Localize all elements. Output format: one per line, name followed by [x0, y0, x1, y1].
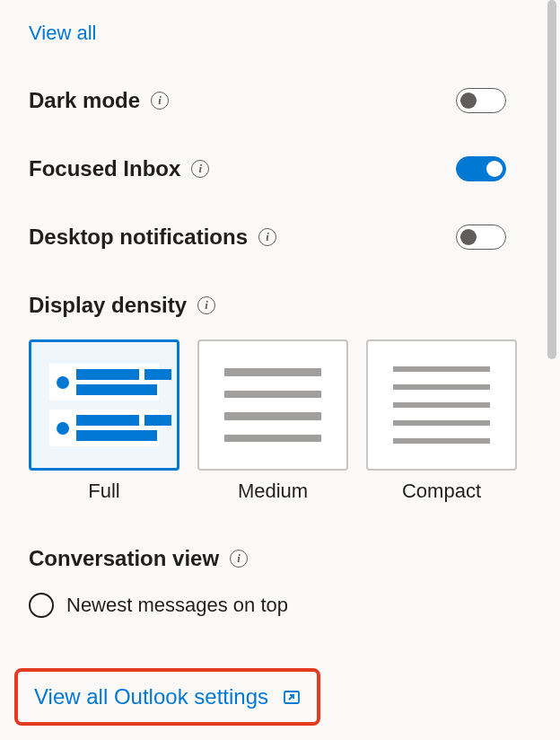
- display-density-label: Display density: [29, 293, 187, 318]
- conversation-view-header: Conversation view i: [29, 546, 542, 571]
- dot-icon: [57, 376, 69, 389]
- dark-mode-label: Dark mode: [29, 88, 140, 113]
- preview-bars: [76, 369, 171, 395]
- desktop-notifications-label-group: Desktop notifications i: [29, 225, 276, 250]
- dark-mode-label-group: Dark mode i: [29, 88, 169, 113]
- density-preview-compact: [366, 339, 517, 471]
- focused-inbox-label: Focused Inbox: [29, 156, 180, 181]
- density-preview-full: [29, 339, 179, 471]
- scrollbar[interactable]: [547, 0, 556, 359]
- radio-label: Newest messages on top: [66, 594, 288, 617]
- radio-icon: [29, 593, 54, 618]
- view-all-outlook-settings-link[interactable]: View all Outlook settings: [14, 668, 320, 726]
- focused-inbox-toggle[interactable]: [456, 156, 506, 181]
- conversation-option-newest-top[interactable]: Newest messages on top: [29, 593, 542, 618]
- preview-item: [49, 364, 159, 401]
- density-preview-medium: [197, 339, 348, 471]
- open-pane-icon: [283, 688, 301, 706]
- info-icon[interactable]: i: [230, 550, 248, 568]
- density-option-medium[interactable]: Medium: [197, 339, 348, 503]
- preview-item: [49, 410, 159, 446]
- focused-inbox-row: Focused Inbox i: [29, 156, 542, 181]
- preview-bars: [76, 415, 171, 441]
- density-option-full[interactable]: Full: [29, 339, 179, 503]
- density-label-full: Full: [88, 480, 119, 503]
- density-options: Full Medium Compact: [29, 339, 542, 503]
- view-all-link[interactable]: View all: [29, 22, 96, 45]
- desktop-notifications-row: Desktop notifications i: [29, 225, 542, 250]
- dark-mode-toggle[interactable]: [456, 88, 506, 113]
- desktop-notifications-toggle[interactable]: [456, 225, 506, 250]
- cutoff-overlay: [0, 647, 560, 670]
- dark-mode-row: Dark mode i: [29, 88, 542, 113]
- toggle-knob: [460, 229, 477, 245]
- conversation-view-label: Conversation view: [29, 546, 219, 571]
- density-option-compact[interactable]: Compact: [366, 339, 517, 503]
- info-icon[interactable]: i: [197, 296, 215, 314]
- desktop-notifications-label: Desktop notifications: [29, 225, 248, 250]
- dot-icon: [57, 422, 69, 435]
- density-label-compact: Compact: [402, 480, 481, 503]
- info-icon[interactable]: i: [191, 160, 209, 178]
- info-icon[interactable]: i: [151, 92, 169, 110]
- density-label-medium: Medium: [238, 480, 308, 503]
- display-density-header: Display density i: [29, 293, 542, 318]
- focused-inbox-label-group: Focused Inbox i: [29, 156, 209, 181]
- toggle-knob: [460, 92, 477, 109]
- toggle-knob: [486, 161, 503, 177]
- footer-link-text: View all Outlook settings: [34, 684, 268, 709]
- info-icon[interactable]: i: [258, 228, 276, 246]
